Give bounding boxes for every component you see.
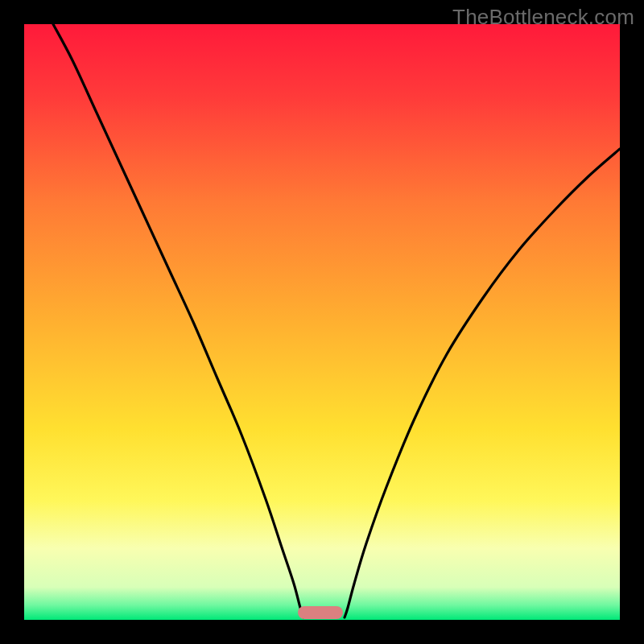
curve-left [53,24,303,617]
chart-frame: TheBottleneck.com [0,0,644,644]
optimal-marker [298,606,343,619]
curve-right [345,149,620,617]
plot-area [24,24,620,620]
bottleneck-curves [24,24,620,620]
